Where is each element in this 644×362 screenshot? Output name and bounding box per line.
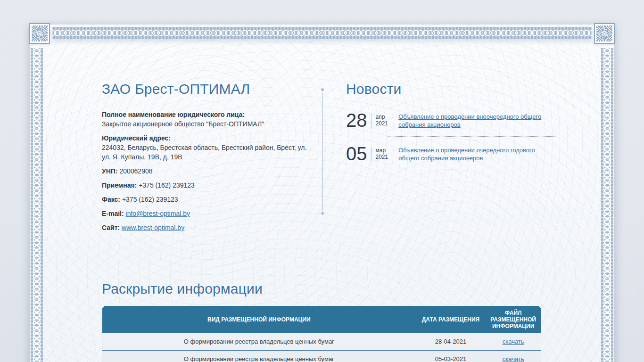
email-link[interactable]: info@brest-optimal.by — [126, 210, 190, 217]
field-value: +375 (162) 239123 — [122, 196, 178, 203]
news-list: 28апр2021Объявление о проведении внеочер… — [346, 110, 555, 162]
news-day-divider — [372, 147, 372, 162]
news-link[interactable]: Объявление о проведении очередного годов… — [398, 146, 548, 162]
news-title: Новости — [346, 81, 555, 97]
news-day-divider — [372, 114, 372, 129]
field-label: УНП: — [102, 167, 118, 175]
company-field-legal-address: Юридический адрес:224032, Беларусь, Брес… — [102, 133, 315, 162]
company-field-unp: УНП: 200062908 — [102, 166, 315, 176]
field-value: Закрытое акционерное общество "Брест-ОПТ… — [102, 120, 264, 128]
company-field-fax: Факс: +375 (162) 239123 — [102, 195, 315, 204]
news-day: 05 — [346, 145, 367, 162]
field-value: 200062908 — [119, 167, 152, 175]
cell-date: 28-04-2021 — [416, 333, 486, 350]
news-day: 28 — [346, 112, 367, 129]
table-row: О формировании реестра владельцев ценных… — [102, 333, 541, 350]
company-fields: Полное наименование юридического лица:За… — [102, 110, 315, 232]
company-field-reception-phone: Приемная: +375 (162) 239123 — [102, 181, 315, 190]
download-link[interactable]: скачать — [503, 355, 524, 362]
cell-file: скачать — [486, 333, 541, 350]
certificate-sheet: ⊗ ⊗ ЗАО Брест-ОПТИМАЛ Полное наименовани… — [30, 25, 614, 362]
field-value: 224032, Беларусь, Брестская область, Бре… — [102, 144, 306, 161]
table-header-cell: ВИД РАЗМЕЩЕННОЙ ИНФОРМАЦИИ — [102, 306, 416, 333]
border-band-right — [601, 48, 613, 362]
field-label: Приемная: — [102, 181, 137, 189]
company-field-website: Сайт: www.brest-optimal.by — [102, 223, 315, 232]
company-field-full-name: Полное наименование юридического лица:За… — [102, 110, 315, 129]
divider-finial-icon: ❖ — [321, 88, 325, 92]
company-field-email: E-mail: info@brest-optimal.by — [102, 209, 315, 218]
circled-x-icon: ⊗ — [32, 25, 48, 41]
news-month: мар — [376, 147, 388, 154]
news-month-year: апр2021 — [376, 114, 388, 127]
download-link[interactable]: скачать — [503, 338, 524, 345]
table-header-cell: ФАЙЛ РАЗМЕЩЕННОЙ ИНФОРМАЦИИ — [486, 306, 541, 333]
field-label: Сайт: — [102, 224, 120, 231]
disclosure-title: Раскрытие информации — [102, 281, 555, 297]
disclosure-table-wrap: ВИД РАЗМЕЩЕННОЙ ИНФОРМАЦИИДАТА РАЗМЕЩЕНИ… — [102, 306, 541, 362]
news-item: 28апр2021Объявление о проведении внеочер… — [346, 110, 555, 129]
cell-file: скачать — [486, 350, 541, 362]
news-month: апр — [376, 114, 388, 120]
cell-date: 05-03-2021 — [416, 350, 486, 362]
company-info-section: ЗАО Брест-ОПТИМАЛ Полное наименование юр… — [102, 81, 315, 232]
news-section: Новости 28апр2021Объявление о проведении… — [346, 81, 555, 162]
table-header-row: ВИД РАЗМЕЩЕННОЙ ИНФОРМАЦИИДАТА РАЗМЕЩЕНИ… — [102, 306, 541, 333]
table-header-cell: ДАТА РАЗМЕЩЕНИЯ — [416, 306, 486, 333]
divider-line — [322, 93, 323, 211]
top-columns: ЗАО Брест-ОПТИМАЛ Полное наименование юр… — [102, 81, 555, 261]
website-link[interactable]: www.brest-optimal.by — [122, 224, 184, 231]
field-label: Факс: — [102, 196, 120, 203]
field-label: E-mail: — [102, 210, 124, 217]
news-year: 2021 — [376, 120, 388, 127]
news-year: 2021 — [376, 154, 388, 160]
field-label: Полное наименование юридического лица: — [102, 110, 315, 119]
news-link[interactable]: Объявление о проведении внеочередного об… — [398, 113, 548, 129]
main-content: ЗАО Брест-ОПТИМАЛ Полное наименование юр… — [102, 81, 555, 362]
field-label: Юридический адрес: — [102, 133, 315, 143]
news-month-year: мар2021 — [376, 147, 388, 160]
table-row: О формировании реестра владельцев ценных… — [102, 350, 541, 362]
border-band-left — [31, 48, 43, 362]
divider-finial-icon: ❖ — [321, 211, 325, 216]
page: ⊗ ⊗ ЗАО Брест-ОПТИМАЛ Полное наименовани… — [0, 0, 644, 362]
field-value: +375 (162) 239123 — [139, 181, 195, 189]
cell-info: О формировании реестра владельцев ценных… — [102, 333, 416, 350]
disclosure-table: ВИД РАЗМЕЩЕННОЙ ИНФОРМАЦИИДАТА РАЗМЕЩЕНИ… — [102, 306, 541, 362]
column-divider: ❖ ❖ — [320, 88, 325, 216]
news-separator — [388, 136, 555, 137]
corner-ornament-icon: ⊗ — [595, 24, 614, 43]
disclosure-section: Раскрытие информации ВИД РАЗМЕЩЕННОЙ ИНФ… — [102, 281, 555, 362]
corner-ornament-icon: ⊗ — [30, 24, 49, 43]
border-band-top — [52, 27, 592, 39]
cell-info: О формировании реестра владельцев ценных… — [102, 350, 416, 362]
circled-x-icon: ⊗ — [596, 25, 612, 41]
news-item: 05мар2021Объявление о проведении очередн… — [346, 143, 555, 162]
company-title: ЗАО Брест-ОПТИМАЛ — [102, 81, 315, 97]
